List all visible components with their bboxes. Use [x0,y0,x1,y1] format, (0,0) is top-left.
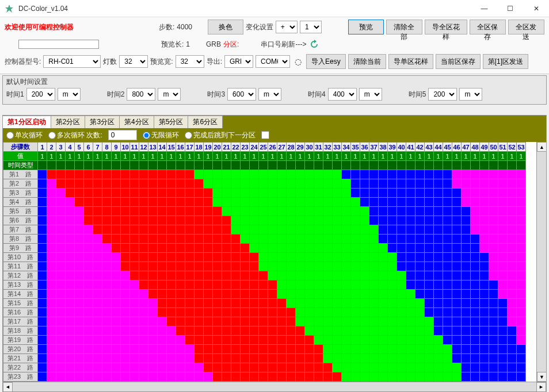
multi-loop-radio[interactable]: 多次循环 次数: [48,130,102,140]
time4-label: 时间4 [308,90,326,99]
loop-options-bar: 单次循环 多次循环 次数: 无限循环 完成后跳到下一分区 [3,128,546,142]
single-loop-radio[interactable]: 单次循环 [6,130,43,140]
com-port-select[interactable]: COM6 [256,55,290,68]
time1-value[interactable]: 200 [26,88,55,101]
lights-select[interactable]: 32 [119,55,148,68]
time4-value[interactable]: 400 [328,88,357,101]
send-all-button[interactable]: 全区发送 [508,20,544,34]
time5-value[interactable]: 200 [428,88,457,101]
time3-label: 时间3 [207,90,225,99]
serial-refresh-label: 串口号刷新---> [261,40,306,49]
pattern-grid-scroll[interactable]: 步骤数1234567891011121314151617181920212223… [3,142,536,382]
tab-partition-1[interactable]: 第1分区启动 [3,116,51,128]
import-eesy-button[interactable]: 导入Eesy [306,54,346,69]
partition-tabs: 第1分区启动 第2分区 第3分区 第4分区 第5分区 第6分区 [3,116,546,128]
controller-select[interactable]: RH-C01 [43,55,101,68]
checkbox-control[interactable] [261,131,269,139]
change-setting-label: 变化设置 [246,22,273,32]
tab-partition-2[interactable]: 第2分区 [51,116,86,128]
export-format-select[interactable]: GRB [224,55,253,68]
spinner-icon[interactable]: ◌ [292,56,304,67]
scroll-down-arrow[interactable]: ▼ [537,372,546,382]
preview-len-label: 预览长: [161,40,184,49]
scroll-right-arrow[interactable]: ► [536,382,546,392]
app-icon [5,4,14,13]
title-bar: DC-Color_v1.04 — ☐ ✕ [0,0,549,17]
export-label: 导出: [207,57,222,67]
steps-value: 4000 [177,23,192,31]
clear-all-button[interactable]: 清除全部 [386,20,422,34]
send-partition-button[interactable]: 第[1]区发送 [483,54,528,69]
export-single-pattern-button[interactable]: 导单区花样 [388,54,433,69]
clear-current-button[interactable]: 清除当前 [348,54,386,69]
time5-label: 时间5 [409,90,426,99]
welcome-text: 欢迎使用可编程控制器 [5,22,118,32]
maximize-button[interactable]: ☐ [497,0,523,17]
infinite-loop-radio[interactable]: 无限循环 [143,130,179,140]
jump-next-radio[interactable]: 完成后跳到下一分区 [185,130,256,140]
lights-label: 灯数 [103,57,117,67]
partition-label: 分区: [223,40,239,49]
scroll-left-arrow[interactable]: ◄ [3,382,13,392]
toolbar: 欢迎使用可编程控制器 步数: 4000 换色 变化设置 + 1 预览 清除全部 … [0,17,549,74]
preview-len-value: 1 [186,40,190,48]
minimize-button[interactable]: — [471,0,497,17]
export-all-pattern-button[interactable]: 导全区花样 [425,20,467,34]
window-title: DC-Color_v1.04 [18,5,471,13]
tab-partition-5[interactable]: 第5分区 [154,116,189,128]
preview-button[interactable]: 预览 [348,20,384,34]
horizontal-scrollbar[interactable]: ◄ ► [3,382,546,391]
multi-count-input[interactable] [108,130,137,140]
scroll-up-arrow[interactable]: ▲ [537,142,546,152]
time2-label: 时间2 [107,90,125,99]
controller-label: 控制器型号: [5,57,41,67]
time3-unit[interactable]: ms [258,88,281,101]
time2-value[interactable]: 800 [127,88,155,101]
time1-unit[interactable]: ms [58,88,81,101]
save-current-button[interactable]: 当前区保存 [436,54,481,69]
progress-bar [18,40,99,49]
time1-label: 时间1 [6,90,24,99]
change-op-select[interactable]: + [276,21,298,33]
preview-w-label: 预览宽: [150,57,173,67]
change-num-select[interactable]: 1 [300,21,322,33]
color-change-button[interactable]: 换色 [208,20,243,34]
grb-label: GRB [206,40,221,48]
vertical-scrollbar[interactable]: ▲ ▼ [536,142,546,382]
pattern-grid[interactable]: 步骤数1234567891011121314151617181920212223… [3,142,526,382]
preview-w-select[interactable]: 32 [176,55,204,68]
close-button[interactable]: ✕ [523,0,549,17]
save-all-button[interactable]: 全区保存 [470,20,506,34]
tab-partition-4[interactable]: 第4分区 [120,116,154,128]
time4-unit[interactable]: ms [359,88,382,101]
partitions-panel: 第1分区启动 第2分区 第3分区 第4分区 第5分区 第6分区 单次循环 多次循… [2,115,547,392]
pattern-grid-area: 步骤数1234567891011121314151617181920212223… [3,142,546,382]
refresh-icon[interactable] [308,39,320,50]
time-settings-panel: 默认时间设置 时间1 200 ms 时间2 800 ms 时间3 600 ms … [2,75,547,105]
tab-partition-6[interactable]: 第6分区 [188,116,223,128]
time3-value[interactable]: 600 [227,88,256,101]
steps-label: 步数: [159,22,174,32]
time5-unit[interactable]: ms [459,88,482,101]
time2-unit[interactable]: ms [158,88,181,101]
tab-partition-3[interactable]: 第3分区 [85,116,120,128]
time-title: 默认时间设置 [6,77,543,87]
